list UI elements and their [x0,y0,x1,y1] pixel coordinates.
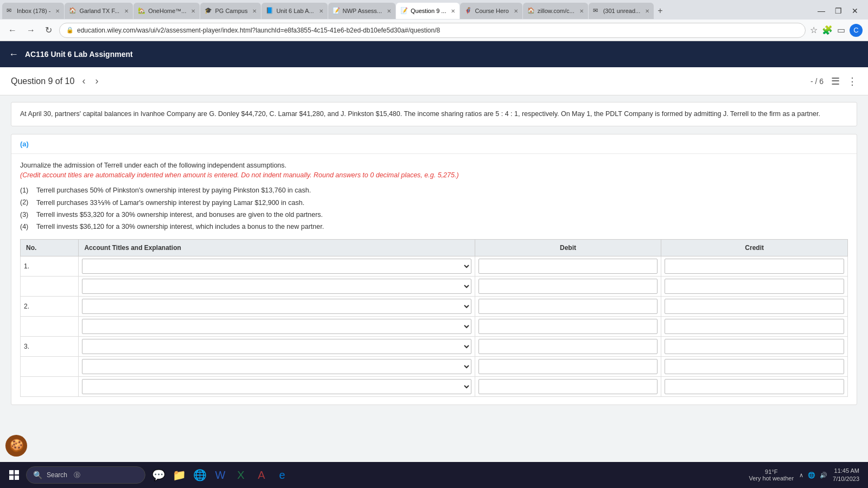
debit-cell [475,336,661,356]
more-options-icon[interactable]: ⋮ [847,75,857,87]
credit-input-3c[interactable] [665,379,844,394]
back-arrow-icon[interactable]: ← [9,49,18,60]
debit-input-3a[interactable] [478,339,658,354]
list-item: (4) Terrell invests $36,120 for a 30% ow… [20,223,848,230]
tab-close[interactable]: ✕ [451,8,455,14]
new-tab-button[interactable]: + [654,6,666,16]
tab-pgcampus[interactable]: 🎓 PG Campus ✕ [200,3,261,19]
debit-input-2a[interactable] [478,299,658,314]
assumption-num: (4) [20,223,31,230]
tab-label: PG Campus [215,8,247,14]
back-button[interactable]: ← [5,24,20,36]
debit-input-1b[interactable] [478,279,658,294]
list-item: (3) Terrell invests $53,320 for a 30% ow… [20,211,848,219]
col-header-debit: Debit [475,239,661,256]
tab-gmail[interactable]: ✉ Inbox (178) - ✕ [2,3,64,19]
credit-input-1b[interactable] [665,279,844,294]
minimize-button[interactable]: — [813,5,829,16]
tab-mail2[interactable]: ✉ (301 unread... ✕ [589,3,654,19]
tab-close[interactable]: ✕ [387,8,391,14]
row-spacer [21,356,79,376]
question-nav-bar: Question 9 of 10 ‹ › - / 6 ☰ ⋮ [0,67,868,95]
account-select-1a[interactable] [82,259,471,274]
debit-input-1a[interactable] [478,259,658,274]
tab-close[interactable]: ✕ [579,8,584,14]
account-cell [79,276,475,296]
question-nav-left: Question 9 of 10 ‹ › [11,74,100,88]
row-spacer [21,316,79,336]
extensions-icon[interactable]: 🧩 [822,25,833,35]
col-header-credit: Credit [661,239,848,256]
tab-garland[interactable]: 🏠 Garland TX F... ✕ [65,3,133,19]
tab-question9[interactable]: 📝 Question 9 ... ✕ [396,3,459,19]
account-cell [79,316,475,336]
tab-close[interactable]: ✕ [252,8,257,14]
tab-close[interactable]: ✕ [55,8,60,14]
bookmark-icon[interactable]: ☆ [810,25,818,35]
prev-question-button[interactable]: ‹ [80,74,87,88]
tab-unit6[interactable]: 📘 Unit 6 Lab A... ✕ [261,3,327,19]
tab-bar: ✉ Inbox (178) - ✕ 🏠 Garland TX F... ✕ 🏡 … [0,0,868,20]
credit-input-3a[interactable] [665,339,844,354]
account-select-1b[interactable] [82,279,471,294]
close-button[interactable]: ✕ [847,5,863,16]
credit-cell [661,276,848,296]
debit-cell [475,296,661,316]
forward-button[interactable]: → [24,24,38,36]
restore-button[interactable]: ❐ [831,5,846,16]
credit-input-1a[interactable] [665,259,844,274]
debit-input-3c[interactable] [478,379,658,394]
main-content: At April 30, partners' capital balances … [0,95,868,462]
tab-close[interactable]: ✕ [124,8,129,14]
tab-label: OneHome™... [148,8,186,14]
debit-cell [475,276,661,296]
cookie-widget[interactable]: 🍪 [5,435,27,457]
account-select-3c[interactable] [82,379,471,394]
question-instruction-red: (Credit account titles are automatically… [20,171,848,179]
question-instruction: Journalize the admission of Terrell unde… [20,162,848,169]
list-view-icon[interactable]: ☰ [831,75,840,87]
credit-input-2b[interactable] [665,319,844,334]
credit-cell [661,356,848,376]
tab-close[interactable]: ✕ [191,8,195,14]
tab-label: (301 unread... [603,8,641,14]
app-title: AC116 Unit 6 Lab Assignment [25,50,133,59]
account-select-3a[interactable] [82,339,471,354]
debit-input-2b[interactable] [478,319,658,334]
question-card: (a) Journalize the admission of Terrell … [11,134,857,405]
profile-icon[interactable]: C [850,24,863,37]
context-box: At April 30, partners' capital balances … [11,102,857,126]
tab-close[interactable]: ✕ [645,8,649,14]
account-select-2a[interactable] [82,299,471,314]
table-row: 1. [21,256,848,276]
tab-onehome[interactable]: 🏡 OneHome™... ✕ [133,3,200,19]
assumption-text: Terrell invests $53,320 for a 30% owners… [36,211,323,219]
credit-input-3b[interactable] [665,359,844,374]
account-select-2b[interactable] [82,319,471,334]
account-select-3b[interactable] [82,359,471,374]
tab-zillow[interactable]: 🏠 zillow.com/c... ✕ [523,3,588,19]
sidebar-icon[interactable]: ▭ [837,25,845,35]
credit-input-2a[interactable] [665,299,844,314]
reload-button[interactable]: ↻ [42,24,55,36]
account-cell [79,376,475,396]
assumption-text: Terrell invests $36,120 for a 30% owners… [36,223,324,230]
debit-input-3b[interactable] [478,359,658,374]
browser-toolbar: ☆ 🧩 ▭ C [810,24,863,37]
row-number: 3. [21,336,79,356]
tab-nwp[interactable]: 📝 NWP Assess... ✕ [328,3,396,19]
table-row [21,356,848,376]
house-icon: 🏡 [138,7,145,15]
row-spacer [21,376,79,396]
tab-close[interactable]: ✕ [514,8,518,14]
credit-cell [661,296,848,316]
col-header-account: Account Titles and Explanation [79,239,475,256]
credit-cell [661,376,848,396]
next-question-button[interactable]: › [93,74,100,88]
home-icon: 🏠 [69,7,76,15]
url-box[interactable]: 🔒 education.wiley.com/was/ui/v2/assessme… [59,23,806,38]
tab-coursehero[interactable]: 🦸 Course Hero ✕ [460,3,522,19]
tab-close[interactable]: ✕ [319,8,323,14]
question-title: Question 9 of 10 [11,76,74,86]
journal-table: No. Account Titles and Explanation Debit… [20,239,848,397]
